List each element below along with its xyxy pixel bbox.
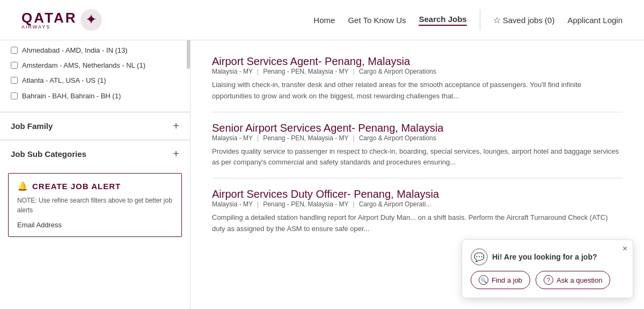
label-bahrain: Bahrain - BAH, Bahrain - BH (1) (22, 91, 121, 101)
divider-3a: | (257, 200, 259, 208)
bell-icon: 🔔 (17, 181, 28, 191)
checkbox-bahrain[interactable] (11, 92, 18, 99)
checkbox-ahmedabad[interactable] (11, 47, 18, 54)
job-category-1: Cargo & Airport Operations (359, 68, 436, 75)
job-family-title: Job Family (11, 121, 53, 131)
find-job-button[interactable]: 🔍 Find a job (471, 271, 530, 289)
job-location1-2: Malaysia - MY (212, 134, 253, 142)
create-alert-note: NOTE: Use refine search filters above to… (17, 196, 173, 215)
job-family-expand-icon: + (173, 120, 179, 132)
filter-item-bahrain: Bahrain - BAH, Bahrain - BH (1) (11, 91, 179, 101)
nav-home[interactable]: Home (313, 16, 335, 25)
star-icon: ☆ (493, 15, 501, 25)
ask-question-button[interactable]: ? Ask a question (536, 271, 610, 289)
job-card-2: Senior Airport Services Agent- Penang, M… (212, 112, 623, 179)
chat-question: Hi! Are you looking for a job? (492, 253, 597, 261)
job-location2-1: Penang - PEN, Malaysia - MY (263, 68, 348, 75)
job-desc-2: Provides quality service to passenger in… (212, 146, 623, 169)
job-location2-3: Penang - PEN, Malaysia - MY (263, 200, 348, 208)
label-atlanta: Atlanta - ATL, USA - US (1) (22, 76, 106, 85)
job-category-2: Cargo & Airport Operations (359, 134, 436, 142)
job-sub-categories-expand-icon: + (173, 148, 179, 160)
job-desc-1: Liaising with check-in, transfer desk an… (212, 80, 623, 102)
sidebar: Ahmedabad - AMD, India - IN (13) Amsterd… (0, 40, 191, 309)
job-location1-3: Malaysia - MY (212, 200, 253, 208)
location-filter-list: Ahmedabad - AMD, India - IN (13) Amsterd… (0, 40, 190, 112)
divider-3b: | (353, 200, 355, 208)
job-meta-2: Malaysia - MY | Penang - PEN, Malaysia -… (212, 134, 623, 142)
create-job-alert-box: 🔔 CREATE JOB ALERT NOTE: Use refine sear… (8, 173, 182, 237)
create-alert-header: 🔔 CREATE JOB ALERT (17, 181, 173, 191)
find-job-icon: 🔍 (479, 275, 488, 285)
job-card-3: Airport Services Duty Officer- Penang, M… (212, 178, 623, 245)
job-meta-3: Malaysia - MY | Penang - PEN, Malaysia -… (212, 200, 623, 208)
svg-text:✦: ✦ (85, 11, 97, 27)
divider-1b: | (353, 68, 355, 75)
job-title-2[interactable]: Senior Airport Services Agent- Penang, M… (212, 122, 443, 134)
chat-action-buttons: 🔍 Find a job ? Ask a question (471, 271, 624, 289)
create-alert-title: CREATE JOB ALERT (32, 182, 121, 191)
job-meta-1: Malaysia - MY | Penang - PEN, Malaysia -… (212, 68, 623, 75)
job-desc-3: Compiling a detailed station handling re… (212, 212, 623, 235)
job-sub-categories-title: Job Sub Categories (11, 149, 86, 159)
job-title-3[interactable]: Airport Services Duty Officer- Penang, M… (212, 188, 439, 200)
nav-applicant-login[interactable]: Applicant Login (567, 16, 623, 25)
logo-airways-text: AIRWAYS (21, 25, 77, 30)
logo-qatar-text: QATAR (21, 11, 77, 25)
nav-get-to-know[interactable]: Get To Know Us (348, 16, 406, 25)
job-location1-1: Malaysia - MY (212, 68, 253, 75)
label-amsterdam: Amsterdam - AMS, Netherlands - NL (1) (22, 61, 145, 70)
chat-avatar-icon: 💬 (471, 248, 488, 265)
nav-divider (480, 9, 480, 31)
checkbox-atlanta[interactable] (11, 77, 18, 84)
logo-icon: ✦ (79, 8, 103, 32)
divider-2b: | (353, 134, 355, 142)
job-family-section[interactable]: Job Family + (0, 112, 190, 140)
ask-question-icon: ? (544, 275, 553, 285)
nav-saved-jobs[interactable]: ☆ Saved jobs (0) (493, 15, 555, 25)
chat-widget: × 💬 Hi! Are you looking for a job? 🔍 Fin… (462, 239, 633, 298)
main-nav: Home Get To Know Us Search Jobs ☆ Saved … (313, 9, 623, 31)
email-address-label: Email Address (17, 221, 62, 229)
filter-item-atlanta: Atlanta - ATL, USA - US (1) (11, 76, 179, 85)
filter-item-ahmedabad: Ahmedabad - AMD, India - IN (13) (11, 46, 179, 55)
label-ahmedabad: Ahmedabad - AMD, India - IN (13) (22, 46, 128, 55)
job-location2-2: Penang - PEN, Malaysia - MY (263, 134, 348, 142)
nav-search-jobs[interactable]: Search Jobs (419, 15, 466, 26)
chat-close-button[interactable]: × (623, 244, 627, 254)
header: QATAR AIRWAYS ✦ Home Get To Know Us Sear… (0, 0, 644, 40)
divider-1a: | (257, 68, 259, 75)
job-sub-categories-section[interactable]: Job Sub Categories + (0, 140, 190, 168)
logo: QATAR AIRWAYS ✦ (21, 8, 103, 32)
filter-item-amsterdam: Amsterdam - AMS, Netherlands - NL (1) (11, 61, 179, 70)
job-category-3: Cargo & Airport Operati... (359, 200, 431, 208)
job-card-1: Airport Services Agent- Penang, Malaysia… (212, 46, 623, 112)
divider-2a: | (257, 134, 259, 142)
job-title-1[interactable]: Airport Services Agent- Penang, Malaysia (212, 55, 410, 67)
checkbox-amsterdam[interactable] (11, 62, 18, 69)
